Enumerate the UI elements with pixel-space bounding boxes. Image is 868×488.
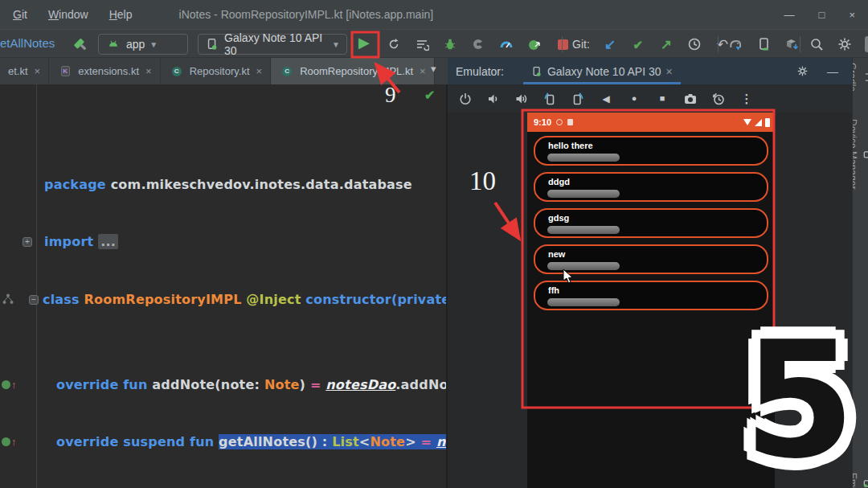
editor-tab-et-kt[interactable]: et.kt× [0, 58, 49, 84]
build-icon[interactable] [72, 36, 88, 52]
close-icon[interactable]: × [145, 65, 152, 77]
debug-icon[interactable] [442, 36, 458, 52]
note-redacted-text [547, 262, 620, 270]
note-redacted-text [547, 190, 620, 198]
snapshots-icon[interactable] [710, 91, 727, 107]
maximize-button[interactable]: □ [819, 9, 825, 21]
overrides-gutter-icon[interactable]: ↑ [2, 437, 17, 447]
title-bar: GitWindowHelp iNotes - RoomRepositoryIMP… [0, 0, 868, 29]
overrides-gutter-icon[interactable]: ↑ [2, 379, 17, 390]
attach-profiler-icon[interactable] [470, 36, 486, 52]
menu-window[interactable]: Window [48, 8, 88, 21]
volume-up-icon[interactable] [514, 91, 530, 107]
panel-divider[interactable] [446, 84, 448, 488]
stripe-label: Gradle [852, 63, 858, 92]
settings-small-icon[interactable] [794, 64, 810, 80]
menu-help[interactable]: Help [109, 8, 133, 21]
device-dropdown[interactable]: Galaxy Note 10 API 30 ▼ [198, 34, 347, 55]
annotation-number-10: 10 [469, 166, 496, 196]
run-button[interactable]: ▶ [358, 35, 370, 50]
hierarchy-gutter-icon[interactable] [2, 293, 14, 306]
phone-icon [531, 65, 542, 78]
inspection-ok-icon: ✔ [424, 88, 435, 103]
android-icon [105, 36, 121, 52]
kotlin-file-icon: K [57, 64, 73, 80]
device-label: Galaxy Note 10 API 30 [224, 31, 327, 57]
note-card[interactable]: ffh [534, 281, 768, 310]
note-card[interactable]: gdsg [534, 208, 768, 238]
commit-icon[interactable]: ✔ [630, 36, 646, 52]
emulator-panel-header: Emulator: Galaxy Note 10 API 30 × — [448, 58, 852, 84]
menu-git[interactable]: Git [13, 8, 27, 21]
code-line: override suspend fun getAllNotes() : Lis… [56, 433, 446, 452]
hidden-tabs-icon[interactable]: ▾ [431, 63, 436, 75]
push-icon[interactable]: ↗ [658, 36, 674, 52]
notification-icon [567, 119, 573, 125]
screenshot-icon[interactable] [682, 91, 698, 107]
emulator-toolbar: ◀●■⋮ [448, 84, 852, 113]
battery-icon [765, 118, 770, 127]
settings-icon[interactable] [837, 36, 853, 52]
search-icon[interactable] [809, 36, 825, 52]
minimize-button[interactable]: — [784, 9, 795, 21]
run-action-icons [386, 30, 571, 59]
panel-minimize-icon[interactable]: — [825, 64, 841, 80]
more-icon[interactable]: ⋮ [739, 91, 755, 107]
stop-icon[interactable] [555, 36, 571, 52]
window-controls: —□× [784, 0, 868, 29]
avatar-icon[interactable] [865, 36, 868, 52]
device-phone-icon [205, 36, 219, 52]
emulator-device-tab[interactable]: Galaxy Note 10 API 30 × [523, 58, 681, 84]
rerun-icon[interactable] [386, 36, 402, 52]
note-card[interactable]: hello there [534, 136, 768, 166]
power-icon[interactable] [457, 91, 473, 107]
close-icon[interactable]: × [666, 65, 673, 78]
home-icon[interactable]: ● [626, 91, 642, 107]
editor-tab-extensions-kt[interactable]: Kextensions.kt× [49, 58, 160, 84]
rotate-left-icon[interactable] [542, 91, 558, 107]
close-icon[interactable]: × [35, 65, 41, 77]
device-manager-icon[interactable] [755, 36, 772, 52]
emulator-icon [862, 478, 868, 488]
code-editor[interactable]: package com.mikeschvedov.inotes.data.dat… [0, 84, 446, 488]
profiler-icon[interactable] [498, 36, 514, 52]
code-fold-icon[interactable]: + [23, 237, 32, 247]
tab-label: Repository.kt [190, 65, 250, 77]
mouse-cursor [563, 269, 575, 285]
run-config-label: app [126, 38, 145, 51]
gradle-sync-icon[interactable] [727, 36, 743, 52]
device-status-bar: 9:10 [527, 113, 775, 132]
profile-app-icon[interactable] [526, 36, 542, 52]
chevron-down-icon: ▼ [332, 40, 340, 49]
close-button[interactable]: × [849, 9, 855, 21]
device-icon [862, 149, 868, 160]
stripe-label: Device Manager [852, 119, 858, 189]
emulator-screen[interactable]: 9:10 hello thereddgdgdsgnewffh [527, 113, 775, 488]
git-label: Git: [572, 38, 590, 51]
big-page-number: 5 5 [743, 320, 855, 481]
notification-icon [556, 119, 563, 125]
android-studio-window: GitWindowHelp iNotes - RoomRepositoryIMP… [0, 0, 868, 488]
run-config-dropdown[interactable]: app ▼ [98, 34, 188, 55]
overview-icon[interactable]: ■ [654, 91, 670, 107]
tool-window-button-gradle[interactable]: Gradle [852, 63, 868, 92]
code-line: package com.mikeschvedov.inotes.data.dat… [44, 175, 412, 195]
editor-tab-repository-kt[interactable]: CRepository.kt× [161, 58, 272, 84]
sdk-manager-icon[interactable] [784, 36, 800, 52]
tool-window-button-device-manager[interactable]: Device Manager [852, 119, 868, 189]
back-icon[interactable]: ◀ [598, 91, 614, 107]
volume-down-icon[interactable] [485, 91, 502, 107]
history-icon[interactable] [686, 36, 702, 52]
apply-changes-icon[interactable] [414, 36, 430, 52]
gradle-icon [862, 71, 868, 84]
editor-tab-roomrepositoryimpl-kt[interactable]: CRoomRepositoryIMPL.kt× [271, 58, 434, 84]
close-icon[interactable]: × [420, 65, 426, 77]
git-toolbar: Git: ↙✔↗↶ [572, 30, 731, 59]
code-fold-icon[interactable]: − [29, 295, 39, 305]
rotate-right-icon[interactable] [570, 91, 586, 107]
tab-label: RoomRepositoryIMPL.kt [300, 65, 413, 77]
update-project-icon[interactable]: ↙ [602, 36, 618, 52]
menu-bar: GitWindowHelp [13, 8, 133, 21]
close-icon[interactable]: × [256, 65, 263, 77]
note-card[interactable]: ddgd [534, 172, 768, 202]
